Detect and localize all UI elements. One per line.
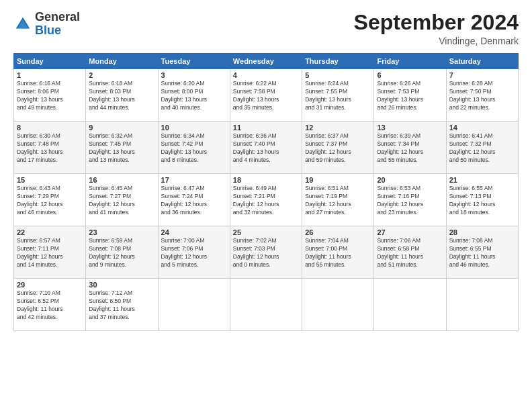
calendar-cell: 17Sunrise: 6:47 AMSunset: 7:24 PMDayligh… bbox=[158, 174, 230, 226]
day-number: 20 bbox=[377, 176, 443, 184]
calendar-cell: 25Sunrise: 7:02 AMSunset: 7:03 PMDayligh… bbox=[230, 226, 302, 279]
day-number: 25 bbox=[233, 228, 299, 236]
day-info: Sunrise: 6:34 AM bbox=[161, 132, 227, 140]
day-info: Sunset: 7:42 PM bbox=[161, 140, 227, 148]
day-number: 30 bbox=[89, 281, 154, 289]
day-info: Daylight: 13 hours bbox=[17, 96, 83, 104]
day-info: Sunset: 7:45 PM bbox=[89, 140, 154, 148]
day-info: Sunset: 7:40 PM bbox=[233, 140, 299, 148]
day-number: 3 bbox=[161, 71, 227, 79]
day-info: Daylight: 13 hours bbox=[17, 148, 83, 156]
day-number: 16 bbox=[89, 176, 154, 184]
day-info: Daylight: 13 hours bbox=[233, 96, 299, 104]
day-info: Sunrise: 7:06 AM bbox=[377, 237, 443, 245]
day-info: Sunset: 6:55 PM bbox=[449, 245, 515, 253]
day-info: Sunset: 7:03 PM bbox=[233, 245, 299, 253]
calendar-cell: 24Sunrise: 7:00 AMSunset: 7:06 PMDayligh… bbox=[158, 226, 230, 279]
day-info: Sunset: 7:19 PM bbox=[305, 193, 371, 201]
col-tuesday: Tuesday bbox=[158, 54, 230, 69]
day-number: 6 bbox=[377, 71, 443, 79]
day-info: Sunset: 7:24 PM bbox=[161, 193, 227, 201]
calendar-cell: 15Sunrise: 6:43 AMSunset: 7:29 PMDayligh… bbox=[14, 174, 86, 226]
day-info: Sunrise: 6:51 AM bbox=[305, 185, 371, 193]
day-info: Sunrise: 6:32 AM bbox=[89, 132, 154, 140]
day-info: and 59 minutes. bbox=[305, 156, 371, 165]
day-number: 29 bbox=[17, 281, 83, 289]
header: General Blue September 2024 Vindinge, De… bbox=[13, 11, 519, 46]
day-info: Sunset: 7:00 PM bbox=[305, 245, 371, 253]
day-info: Daylight: 13 hours bbox=[305, 96, 371, 104]
day-number: 14 bbox=[449, 124, 515, 132]
col-monday: Monday bbox=[86, 54, 158, 69]
location: Vindinge, Denmark bbox=[354, 36, 519, 46]
day-info: and 55 minutes. bbox=[377, 156, 443, 165]
day-info: Daylight: 13 hours bbox=[89, 96, 154, 104]
day-info: Sunrise: 6:36 AM bbox=[233, 132, 299, 140]
day-number: 23 bbox=[89, 228, 154, 236]
day-info: Daylight: 13 hours bbox=[161, 148, 227, 156]
day-info: Sunset: 7:13 PM bbox=[449, 193, 515, 201]
day-info: and 46 minutes. bbox=[449, 261, 515, 269]
day-info: Sunrise: 6:28 AM bbox=[449, 80, 515, 88]
calendar-cell: 23Sunrise: 6:59 AMSunset: 7:08 PMDayligh… bbox=[86, 226, 158, 279]
day-info: Sunrise: 6:37 AM bbox=[305, 132, 371, 140]
day-info: Sunset: 7:53 PM bbox=[377, 88, 443, 96]
day-info: Daylight: 12 hours bbox=[305, 148, 371, 156]
calendar-page: General Blue September 2024 Vindinge, De… bbox=[0, 0, 532, 411]
day-info: Sunrise: 7:10 AM bbox=[17, 289, 83, 298]
calendar-cell: 9Sunrise: 6:32 AMSunset: 7:45 PMDaylight… bbox=[86, 122, 158, 174]
day-info: Daylight: 13 hours bbox=[89, 148, 154, 156]
day-info: Sunset: 7:48 PM bbox=[17, 140, 83, 148]
col-thursday: Thursday bbox=[302, 54, 374, 69]
day-info: and 26 minutes. bbox=[377, 104, 443, 112]
day-number: 1 bbox=[17, 71, 83, 79]
day-number: 17 bbox=[161, 176, 227, 184]
calendar-cell: 16Sunrise: 6:45 AMSunset: 7:27 PMDayligh… bbox=[86, 174, 158, 226]
month-title: September 2024 bbox=[354, 11, 519, 34]
logo-icon bbox=[13, 15, 32, 34]
calendar-cell: 20Sunrise: 6:53 AMSunset: 7:16 PMDayligh… bbox=[374, 174, 446, 226]
day-info: and 8 minutes. bbox=[161, 156, 227, 165]
day-info: Sunrise: 7:08 AM bbox=[449, 237, 515, 245]
day-info: Sunrise: 6:16 AM bbox=[17, 80, 83, 88]
day-info: and 42 minutes. bbox=[17, 314, 83, 322]
calendar-cell: 5Sunrise: 6:24 AMSunset: 7:55 PMDaylight… bbox=[302, 69, 374, 122]
day-info: Sunrise: 6:45 AM bbox=[89, 185, 154, 193]
day-info: and 49 minutes. bbox=[17, 104, 83, 112]
calendar-cell: 3Sunrise: 6:20 AMSunset: 8:00 PMDaylight… bbox=[158, 69, 230, 122]
day-number: 7 bbox=[449, 71, 515, 79]
day-number: 15 bbox=[17, 176, 83, 184]
day-info: Sunrise: 6:55 AM bbox=[449, 185, 515, 193]
day-info: Daylight: 12 hours bbox=[161, 253, 227, 261]
day-info: Sunset: 6:58 PM bbox=[377, 245, 443, 253]
day-info: Sunset: 7:08 PM bbox=[89, 245, 154, 253]
calendar-cell bbox=[230, 279, 302, 331]
day-info: Daylight: 12 hours bbox=[17, 253, 83, 261]
day-info: Daylight: 11 hours bbox=[17, 306, 83, 314]
calendar-cell: 8Sunrise: 6:30 AMSunset: 7:48 PMDaylight… bbox=[14, 122, 86, 174]
day-info: Sunset: 7:21 PM bbox=[233, 193, 299, 201]
day-info: and 40 minutes. bbox=[161, 104, 227, 112]
day-info: and 55 minutes. bbox=[305, 261, 371, 269]
day-info: and 4 minutes. bbox=[233, 156, 299, 165]
logo-general-text: General bbox=[35, 10, 80, 24]
calendar-week-3: 15Sunrise: 6:43 AMSunset: 7:29 PMDayligh… bbox=[14, 174, 519, 226]
day-info: Sunrise: 6:20 AM bbox=[161, 80, 227, 88]
day-info: Sunrise: 6:26 AM bbox=[377, 80, 443, 88]
day-info: Sunrise: 6:57 AM bbox=[17, 237, 83, 245]
day-info: Sunrise: 7:12 AM bbox=[89, 289, 154, 298]
day-info: Sunrise: 6:24 AM bbox=[305, 80, 371, 88]
day-info: Daylight: 13 hours bbox=[377, 96, 443, 104]
day-info: and 51 minutes. bbox=[377, 261, 443, 269]
day-info: Sunset: 7:11 PM bbox=[17, 245, 83, 253]
day-info: and 50 minutes. bbox=[449, 156, 515, 165]
day-info: and 31 minutes. bbox=[305, 104, 371, 112]
day-info: Sunrise: 6:49 AM bbox=[233, 185, 299, 193]
day-info: Daylight: 11 hours bbox=[89, 306, 154, 314]
day-info: Daylight: 12 hours bbox=[449, 148, 515, 156]
calendar-cell: 11Sunrise: 6:36 AMSunset: 7:40 PMDayligh… bbox=[230, 122, 302, 174]
day-info: Daylight: 12 hours bbox=[89, 253, 154, 261]
day-number: 2 bbox=[89, 71, 154, 79]
day-info: Sunset: 8:06 PM bbox=[17, 88, 83, 96]
day-info: and 41 minutes. bbox=[89, 209, 154, 217]
